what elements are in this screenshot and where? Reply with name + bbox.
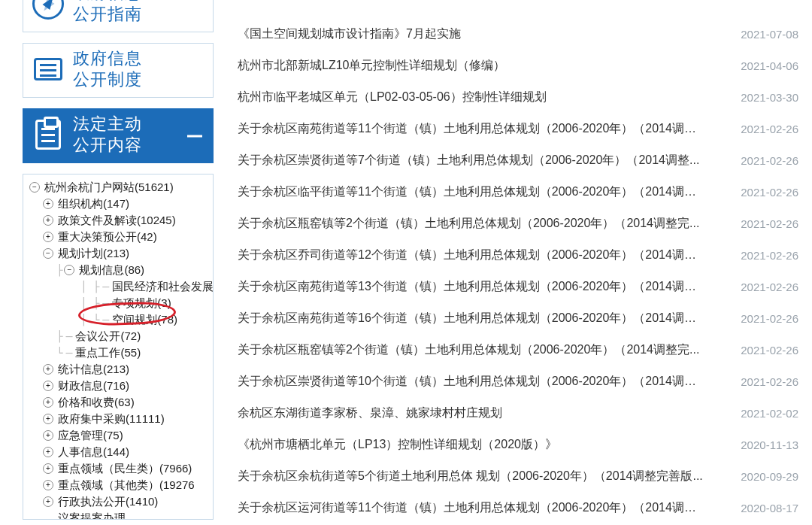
article-title-link[interactable]: 关于余杭区瓶窑镇等2个街道（镇）土地利用总体规划（2006-2020年）（201… xyxy=(238,342,699,358)
article-title-link[interactable]: 关于余杭区乔司街道等12个街道（镇）土地利用总体规划（2006-2020年）（2… xyxy=(238,247,704,263)
article-date: 2021-02-26 xyxy=(741,217,798,230)
article-list: 《国土空间规划城市设计指南》7月起实施2021-07-08杭州市北部新城LZ10… xyxy=(220,0,812,525)
article-title-link[interactable]: 关于余杭区南苑街道等13个街道（镇）土地利用总体规划（2006-2020年）（2… xyxy=(238,279,704,295)
toggle-icon[interactable] xyxy=(43,397,53,408)
tree-label: 议案提案办理 xyxy=(58,510,126,520)
tree-label: 行政执法公开(1410) xyxy=(58,493,158,510)
toggle-icon[interactable] xyxy=(43,248,53,259)
article-row: 杭州市临平老城区单元（LP02-03-05-06）控制性详细规划2021-03-… xyxy=(238,81,798,113)
list-icon xyxy=(31,52,65,86)
article-row: 关于余杭区崇贤街道等7个街道（镇）土地利用总体规划（2006-2020年）（20… xyxy=(238,144,798,176)
tree-item[interactable]: 议案提案办理 xyxy=(29,510,210,520)
article-title-link[interactable]: 《国土空间规划城市设计指南》7月起实施 xyxy=(238,26,461,42)
tree-label: 人事信息(144) xyxy=(58,444,129,460)
article-title-link[interactable]: 关于余杭区运河街道等11个街道（镇）土地利用总体规划（2006-2020年）（2… xyxy=(238,500,704,516)
tree-leaf[interactable]: │ ├—国民经济和社会发展规 xyxy=(29,278,210,295)
toggle-icon[interactable] xyxy=(43,381,53,391)
tree-label: 会议公开(72) xyxy=(75,328,141,344)
tree-subitem[interactable]: ├规划信息(86) xyxy=(29,262,210,278)
tree-item[interactable]: 政府集中采购(11111) xyxy=(29,411,210,427)
toggle-icon[interactable] xyxy=(43,447,53,457)
tree-label: 重大决策预公开(42) xyxy=(58,229,157,245)
article-row: 关于余杭区南苑街道等13个街道（镇）土地利用总体规划（2006-2020年）（2… xyxy=(238,271,798,302)
tree-item[interactable]: 重点领域（民生类）(7966) xyxy=(29,460,210,477)
article-title-link[interactable]: 余杭区东湖街道李家桥、泉漳、姚家埭村村庄规划 xyxy=(238,405,502,421)
tree-label: 组织机构(147) xyxy=(58,196,129,212)
article-date: 2020-09-29 xyxy=(741,470,798,483)
toggle-icon[interactable] xyxy=(43,480,53,490)
tree-label: 规划信息(86) xyxy=(79,262,144,278)
article-date: 2021-03-30 xyxy=(741,91,798,104)
tree-label: 财政信息(716) xyxy=(58,378,129,394)
article-date: 2021-02-26 xyxy=(741,281,798,293)
article-date: 2021-02-26 xyxy=(741,186,798,199)
toggle-icon[interactable] xyxy=(29,182,40,193)
tree-root[interactable]: 杭州余杭门户网站(51621) xyxy=(29,179,210,196)
tree-subitem[interactable]: └—重点工作(55) xyxy=(29,344,210,361)
toggle-icon[interactable] xyxy=(43,414,53,424)
article-row: 余杭区东湖街道李家桥、泉漳、姚家埭村村庄规划2021-02-02 xyxy=(238,397,798,429)
tree-item[interactable]: 财政信息(716) xyxy=(29,378,210,394)
card-text: 政府信息 公开指南 xyxy=(73,0,142,24)
article-date: 2021-02-26 xyxy=(741,375,798,388)
tree-item[interactable]: 应急管理(75) xyxy=(29,427,210,444)
tree-label: 统计信息(213) xyxy=(58,361,129,378)
article-row: 关于余杭区运河街道等11个街道（镇）土地利用总体规划（2006-2020年）（2… xyxy=(238,492,798,523)
toggle-icon[interactable] xyxy=(43,463,53,474)
toggle-icon[interactable] xyxy=(43,430,53,441)
collapse-icon xyxy=(187,135,202,137)
article-row: 关于余杭区临平街道等11个街道（镇）土地利用总体规划（2006-2020年）（2… xyxy=(238,176,798,208)
article-date: 2021-02-26 xyxy=(741,344,798,357)
article-row: 关于余杭区余杭街道等5个街道土地利用总体 规划（2006-2020年）（2014… xyxy=(238,460,798,492)
card-info-system[interactable]: 政府信息 公开制度 xyxy=(23,43,214,98)
toggle-icon[interactable] xyxy=(43,364,53,375)
sidebar: 政府信息 公开指南 政府信息 公开制度 法定主动 公开内容 杭州余杭门户网站(5… xyxy=(0,0,220,525)
article-row: 关于余杭区南苑街道等11个街道（镇）土地利用总体规划（2006-2020年）（2… xyxy=(238,113,798,144)
category-tree[interactable]: 杭州余杭门户网站(51621)组织机构(147)政策文件及解读(10245)重大… xyxy=(23,174,214,520)
card-info-guide[interactable]: 政府信息 公开指南 xyxy=(23,0,214,32)
article-title-link[interactable]: 《杭州市塘栖北单元（LP13）控制性详细规划（2020版）》 xyxy=(238,437,557,453)
tree-item[interactable]: 规划计划(213) xyxy=(29,245,210,262)
tree-item[interactable]: 行政执法公开(1410) xyxy=(29,493,210,510)
article-date: 2021-04-06 xyxy=(741,59,798,72)
tree-leaf[interactable]: │ └—空间规划(78) xyxy=(29,311,210,328)
tree-item[interactable]: 价格和收费(63) xyxy=(29,394,210,411)
article-title-link[interactable]: 关于余杭区南苑街道等16个街道（镇）土地利用总体规划（2006-2020年）（2… xyxy=(238,311,704,326)
article-title-link[interactable]: 关于余杭区瓶窑镇等2个街道（镇）土地利用总体规划（2006-2020年）（201… xyxy=(238,216,699,232)
article-date: 2020-11-13 xyxy=(741,439,798,451)
article-row: 关于余杭区瓶窑镇等2个街道（镇）土地利用总体规划（2006-2020年）（201… xyxy=(238,208,798,239)
tree-subitem[interactable]: ├—会议公开(72) xyxy=(29,328,210,344)
article-date: 2021-02-26 xyxy=(741,249,798,262)
tree-item[interactable]: 重大决策预公开(42) xyxy=(29,229,210,245)
article-title-link[interactable]: 关于余杭区临平街道等11个街道（镇）土地利用总体规划（2006-2020年）（2… xyxy=(238,184,704,200)
article-title-link[interactable]: 关于余杭区余杭街道等5个街道土地利用总体 规划（2006-2020年）（2014… xyxy=(238,469,703,484)
tree-item[interactable]: 政策文件及解读(10245) xyxy=(29,212,210,229)
toggle-icon[interactable] xyxy=(43,199,53,209)
article-title-link[interactable]: 关于余杭区南苑街道等11个街道（镇）土地利用总体规划（2006-2020年）（2… xyxy=(238,121,704,137)
article-date: 2021-07-08 xyxy=(741,28,798,41)
tree-label: 专项规划(3) xyxy=(112,295,171,311)
tree-item[interactable]: 统计信息(213) xyxy=(29,361,210,378)
toggle-icon[interactable] xyxy=(43,215,53,226)
tree-leaf[interactable]: │ ├—专项规划(3) xyxy=(29,295,210,311)
tree-item[interactable]: 重点领域（其他类）(19276 xyxy=(29,477,210,493)
tree-label: 政策文件及解读(10245) xyxy=(58,212,176,229)
article-row: 杭州市北部新城LZ10单元控制性详细规划（修编）2021-04-06 xyxy=(238,50,798,81)
article-title-link[interactable]: 关于余杭区崇贤街道等10个街道（镇）土地利用总体规划（2006-2020年）（2… xyxy=(238,374,704,390)
tree-label: 价格和收费(63) xyxy=(58,394,135,411)
card-statutory-active[interactable]: 法定主动 公开内容 xyxy=(23,108,214,163)
toggle-icon[interactable] xyxy=(64,265,74,275)
card-text: 政府信息 公开制度 xyxy=(73,48,142,90)
toggle-icon[interactable] xyxy=(43,496,53,507)
tree-label: 空间规划(78) xyxy=(112,311,177,328)
tree-label: 重点工作(55) xyxy=(75,344,141,361)
article-title-link[interactable]: 杭州市临平老城区单元（LP02-03-05-06）控制性详细规划 xyxy=(238,90,547,105)
toggle-icon[interactable] xyxy=(43,232,53,242)
tree-item[interactable]: 人事信息(144) xyxy=(29,444,210,460)
tree-item[interactable]: 组织机构(147) xyxy=(29,196,210,212)
tree-label: 政府集中采购(11111) xyxy=(58,411,165,427)
article-title-link[interactable]: 杭州市北部新城LZ10单元控制性详细规划（修编） xyxy=(238,58,505,74)
tree-label: 国民经济和社会发展规 xyxy=(112,278,214,295)
article-title-link[interactable]: 关于余杭区崇贤街道等7个街道（镇）土地利用总体规划（2006-2020年）（20… xyxy=(238,153,699,168)
card-text: 法定主动 公开内容 xyxy=(73,114,142,155)
